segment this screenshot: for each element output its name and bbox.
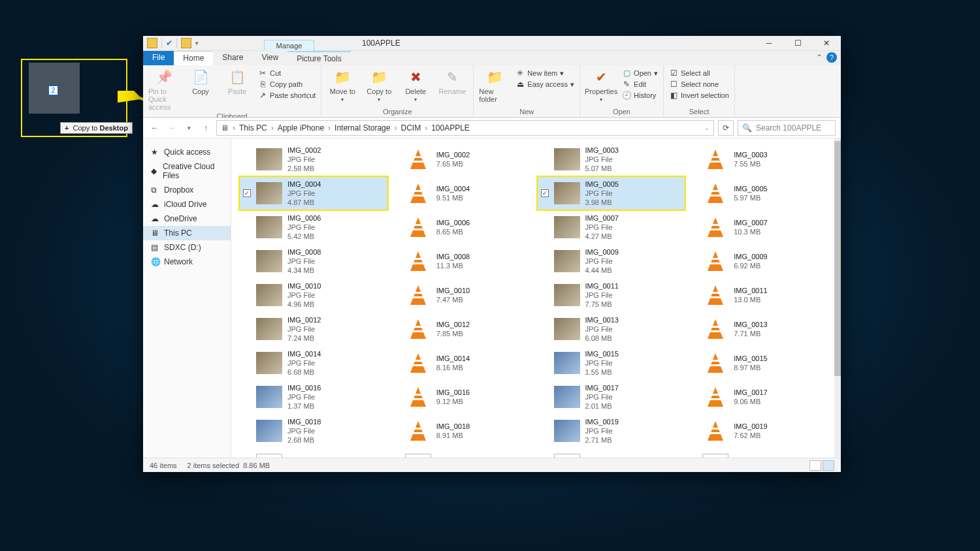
history-button[interactable]: 🕘History [622, 90, 658, 101]
crumb[interactable]: This PC [239, 123, 267, 133]
file-item[interactable]: IMG_001113.0 MB [685, 278, 834, 312]
file-item[interactable]: IMG_00137.71 MB [685, 312, 834, 346]
newitem-button[interactable]: ✳New item ▾ [515, 68, 574, 78]
scrollbar[interactable] [834, 138, 841, 458]
file-item[interactable]: IMG_00068.65 MB [388, 210, 537, 244]
sidebar-item[interactable]: 🖥This PC [143, 226, 231, 240]
checkbox-icon[interactable]: ✓ [541, 189, 549, 197]
rename-button[interactable]: ✎Rename [436, 68, 468, 95]
checkbox-icon[interactable]: ✓ [243, 189, 251, 197]
sidebar-item[interactable]: ☁iCloud Drive [143, 197, 231, 212]
file-item[interactable]: IMG_0012JPG File7.24 MB [239, 312, 388, 346]
file-item[interactable]: IMG_00127.85 MB [388, 312, 537, 346]
tab-picture-tools[interactable]: Picture Tools [287, 51, 350, 65]
ribbon-collapse-icon[interactable]: ⌃ [816, 53, 823, 62]
pin-button[interactable]: 📌Pin to Quick access [148, 68, 180, 111]
file-item[interactable]: IMG_00107.47 MB [388, 278, 537, 312]
refresh-button[interactable]: ⟳ [718, 120, 734, 136]
chevron-down-icon[interactable]: ⌄ [704, 125, 710, 131]
file-item[interactable]: IMG_0014JPG File6.68 MB [239, 346, 388, 380]
forward-button[interactable]: → [165, 121, 178, 134]
sidebar-item[interactable]: ▤SDXC (D:) [143, 240, 231, 255]
file-item[interactable]: IMG_0003JPG File5.07 MB [537, 142, 686, 176]
paste-button[interactable]: 📋Paste [221, 68, 253, 95]
file-item[interactable]: IMG_0015JPG File1.55 MB [537, 346, 686, 380]
crumb[interactable]: Internal Storage [335, 123, 390, 133]
selectnone-button[interactable]: ☐Select none [669, 79, 729, 89]
view-details-button[interactable] [809, 460, 821, 471]
file-item[interactable]: IMG_0002JPG File2.58 MB [239, 142, 388, 176]
file-item[interactable]: IMG_00148.16 MB [388, 346, 537, 380]
titlebar[interactable]: ✔ ▾ Manage 100APPLE ─ ☐ ✕ [143, 36, 841, 51]
file-item[interactable]: IMG_00027.65 MB [388, 142, 537, 176]
file-item[interactable]: IMG_00037.55 MB [685, 142, 834, 176]
file-item[interactable]: IMG_0013JPG File6.08 MB [537, 312, 686, 346]
file-item[interactable]: IMG_00055.97 MB [685, 176, 834, 210]
search-input[interactable]: 🔍 Search 100APPLE [738, 120, 836, 136]
cut-button[interactable]: ✂Cut [258, 68, 316, 78]
edit-button[interactable]: ✎Edit [622, 79, 658, 89]
delete-button[interactable]: ✖Delete▾ [400, 68, 431, 102]
properties-button[interactable]: ✔Properties▾ [585, 68, 617, 102]
file-item[interactable]: IMG_000811.3 MB [388, 244, 537, 278]
moveto-button[interactable]: 📁Move to▾ [327, 68, 358, 102]
open-button[interactable]: ▢Open ▾ [622, 68, 658, 78]
folder-icon[interactable] [181, 38, 191, 48]
invert-button[interactable]: ◧Invert selection [669, 90, 729, 101]
up-button[interactable]: ↑ [199, 121, 212, 134]
qat-check-icon[interactable]: ✔ [166, 39, 172, 48]
crumb[interactable]: Apple iPhone [278, 123, 324, 133]
close-button[interactable]: ✕ [812, 36, 841, 51]
file-item[interactable]: IMG_0007JPG File4.27 MB [537, 210, 686, 244]
sidebar-item[interactable]: ⧉Dropbox [143, 183, 231, 197]
file-item[interactable]: ✓IMG_0005JPG File3.98 MB [537, 176, 686, 210]
file-item[interactable]: IMG_0018JPG File2.68 MB [239, 414, 388, 448]
minimize-button[interactable]: ─ [755, 36, 783, 51]
selectall-button[interactable]: ☑Select all [669, 68, 729, 78]
file-pane[interactable]: IMG_0002JPG File2.58 MBIMG_00027.65 MBIM… [231, 138, 841, 458]
pasteshortcut-button[interactable]: ↗Paste shortcut [258, 90, 316, 101]
file-item[interactable]: IMG_0017JPG File2.01 MB [537, 380, 686, 414]
copy-button[interactable]: 📄Copy [185, 68, 216, 95]
help-icon[interactable]: ? [826, 52, 837, 63]
tab-file[interactable]: File [143, 51, 174, 65]
file-item[interactable]: IMG_00179.06 MB [685, 380, 834, 414]
file-item[interactable]: IMG_0006JPG File5.42 MB [239, 210, 388, 244]
file-item[interactable]: IMG_0008JPG File4.34 MB [239, 244, 388, 278]
file-item[interactable]: IMG_00158.97 MB [685, 346, 834, 380]
file-item[interactable]: ✓IMG_0004JPG File4.87 MB [239, 176, 388, 210]
sidebar-item[interactable]: ◆Creative Cloud Files [143, 159, 231, 183]
file-item[interactable]: IMG_000710.3 MB [685, 210, 834, 244]
file-item[interactable]: IMG_0019JPG File2.71 MB [537, 414, 686, 448]
file-item[interactable]: IMG_00096.92 MB [685, 244, 834, 278]
qat-dropdown-icon[interactable]: ▾ [195, 40, 199, 46]
sidebar-item[interactable]: 🌐Network [143, 255, 231, 269]
breadcrumb[interactable]: 🖥› This PC› Apple iPhone› Internal Stora… [216, 120, 714, 136]
crumb[interactable]: DCIM [400, 123, 421, 133]
view-tiles-button[interactable] [823, 460, 834, 471]
sidebar-item[interactable]: ★Quick access [143, 145, 231, 159]
file-item[interactable]: IMG_0009JPG File4.44 MB [537, 244, 686, 278]
file-item[interactable]: IMG_00197.62 MB [685, 414, 834, 448]
maximize-button[interactable]: ☐ [783, 36, 812, 51]
recent-button[interactable]: ▾ [182, 121, 195, 134]
crumb[interactable]: 100APPLE [431, 123, 470, 133]
tab-view[interactable]: View [252, 51, 287, 65]
file-item[interactable]: IMG_0016JPG File1.37 MB [239, 380, 388, 414]
file-item[interactable]: IMG_00049.51 MB [388, 176, 537, 210]
newfolder-button[interactable]: 📁New folder [479, 68, 510, 103]
file-item[interactable]: IMG_0022PNG File [537, 448, 686, 458]
sidebar-item[interactable]: ☁OneDrive [143, 212, 231, 226]
back-button[interactable]: ← [148, 121, 161, 134]
context-tab-manage[interactable]: Manage [264, 40, 314, 51]
file-item[interactable]: IMG_00188.91 MB [388, 414, 537, 448]
scrollbar-thumb[interactable] [834, 141, 841, 376]
easyaccess-button[interactable]: ⏏Easy access ▾ [515, 79, 574, 89]
file-item[interactable]: IMG_0011JPG File7.75 MB [537, 278, 686, 312]
copypath-button[interactable]: ⎘Copy path [258, 79, 316, 89]
file-item[interactable]: IMG_0020PNG File [239, 448, 388, 458]
tab-share[interactable]: Share [213, 51, 252, 65]
file-item[interactable]: IMG_0021PNG File [388, 448, 537, 458]
copyto-button[interactable]: 📁Copy to▾ [363, 68, 395, 102]
tab-home[interactable]: Home [174, 51, 213, 65]
